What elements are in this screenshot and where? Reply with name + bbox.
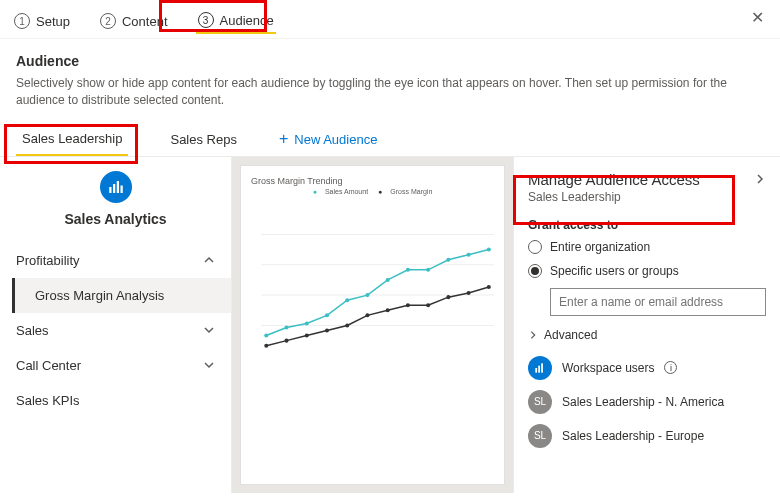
access-title: Manage Audience Access bbox=[528, 171, 700, 188]
nav-sales-kpis[interactable]: Sales KPIs bbox=[0, 383, 231, 418]
user-search-input[interactable] bbox=[550, 288, 766, 316]
group-label: Workspace users bbox=[562, 361, 654, 375]
page-title: Audience bbox=[16, 53, 764, 69]
svg-point-16 bbox=[426, 267, 430, 271]
svg-point-29 bbox=[446, 295, 450, 299]
step-setup[interactable]: 1 Setup bbox=[12, 9, 72, 33]
svg-point-17 bbox=[446, 257, 450, 261]
svg-point-27 bbox=[406, 303, 410, 307]
svg-point-25 bbox=[365, 313, 369, 317]
bar-chart-icon bbox=[528, 356, 552, 380]
tab-sales-leadership[interactable]: Sales Leadership bbox=[16, 123, 128, 156]
new-audience-label: New Audience bbox=[294, 132, 377, 147]
radio-entire-org[interactable]: Entire organization bbox=[528, 240, 766, 254]
radio-icon bbox=[528, 240, 542, 254]
access-subtitle: Sales Leadership bbox=[528, 190, 766, 204]
step-label: Content bbox=[122, 14, 168, 29]
svg-point-31 bbox=[487, 285, 491, 289]
page-description: Selectively show or hide app content for… bbox=[16, 75, 764, 109]
section-header: Audience Selectively show or hide app co… bbox=[0, 39, 780, 119]
preview-column: Gross Margin Trending ●Sales Amount ●Gro… bbox=[232, 157, 514, 493]
workspace-title: Sales Analytics bbox=[0, 211, 231, 227]
nav-gross-margin[interactable]: Gross Margin Analysis bbox=[12, 278, 231, 313]
group-workspace-users[interactable]: Workspace users i bbox=[528, 356, 766, 380]
step-audience[interactable]: 3 Audience bbox=[196, 8, 276, 34]
legend-dot-icon: ● bbox=[378, 188, 382, 195]
audience-tabs: Sales Leadership Sales Reps + New Audien… bbox=[0, 123, 780, 157]
nav-label: Profitability bbox=[16, 253, 80, 268]
tab-sales-reps[interactable]: Sales Reps bbox=[164, 124, 242, 155]
svg-rect-0 bbox=[109, 187, 111, 193]
workspace-icon bbox=[100, 171, 132, 203]
radio-label: Specific users or groups bbox=[550, 264, 679, 278]
svg-rect-1 bbox=[113, 184, 115, 193]
close-icon[interactable]: ✕ bbox=[751, 8, 764, 27]
svg-point-28 bbox=[426, 303, 430, 307]
svg-rect-33 bbox=[538, 365, 540, 372]
nav-column: Sales Analytics Profitability Gross Marg… bbox=[0, 157, 232, 493]
nav-label: Sales KPIs bbox=[16, 393, 80, 408]
group-label: Sales Leadership - N. America bbox=[562, 395, 724, 409]
step-number: 1 bbox=[14, 13, 30, 29]
chevron-down-icon bbox=[203, 359, 215, 371]
access-panel: Manage Audience Access Sales Leadership … bbox=[514, 157, 780, 493]
group-label: Sales Leadership - Europe bbox=[562, 429, 704, 443]
svg-point-26 bbox=[386, 308, 390, 312]
legend-dot-icon: ● bbox=[313, 188, 317, 195]
nav-label: Call Center bbox=[16, 358, 81, 373]
svg-rect-34 bbox=[541, 363, 543, 372]
chart-title: Gross Margin Trending bbox=[241, 166, 504, 188]
radio-icon bbox=[528, 264, 542, 278]
grant-label: Grant access to bbox=[528, 218, 766, 232]
svg-point-12 bbox=[345, 298, 349, 302]
step-content[interactable]: 2 Content bbox=[98, 9, 170, 33]
group-sales-leadership-eu[interactable]: SL Sales Leadership - Europe bbox=[528, 424, 766, 448]
svg-point-14 bbox=[386, 278, 390, 282]
svg-point-15 bbox=[406, 267, 410, 271]
advanced-label: Advanced bbox=[544, 328, 597, 342]
chevron-up-icon bbox=[203, 254, 215, 266]
line-chart bbox=[241, 195, 504, 375]
step-number: 3 bbox=[198, 12, 214, 28]
svg-point-21 bbox=[284, 338, 288, 342]
step-label: Setup bbox=[36, 14, 70, 29]
avatar-icon: SL bbox=[528, 390, 552, 414]
step-number: 2 bbox=[100, 13, 116, 29]
radio-specific-users[interactable]: Specific users or groups bbox=[528, 264, 766, 278]
nav-sales[interactable]: Sales bbox=[0, 313, 231, 348]
nav-profitability[interactable]: Profitability bbox=[0, 243, 231, 278]
svg-point-9 bbox=[284, 325, 288, 329]
chevron-right-icon bbox=[528, 330, 538, 340]
avatar-icon: SL bbox=[528, 424, 552, 448]
legend-b: Gross Margin bbox=[390, 188, 432, 195]
body-columns: Sales Analytics Profitability Gross Marg… bbox=[0, 157, 780, 493]
nav-call-center[interactable]: Call Center bbox=[0, 348, 231, 383]
nav-label: Sales bbox=[16, 323, 49, 338]
svg-point-23 bbox=[325, 328, 329, 332]
svg-point-11 bbox=[325, 313, 329, 317]
svg-point-22 bbox=[305, 333, 309, 337]
info-icon[interactable]: i bbox=[664, 361, 677, 374]
report-preview: Gross Margin Trending ●Sales Amount ●Gro… bbox=[240, 165, 505, 485]
group-sales-leadership-na[interactable]: SL Sales Leadership - N. America bbox=[528, 390, 766, 414]
advanced-toggle[interactable]: Advanced bbox=[528, 328, 766, 342]
svg-rect-32 bbox=[535, 368, 537, 373]
svg-point-8 bbox=[264, 333, 268, 337]
access-header[interactable]: Manage Audience Access bbox=[528, 167, 766, 190]
chevron-down-icon bbox=[203, 324, 215, 336]
legend-a: Sales Amount bbox=[325, 188, 368, 195]
svg-point-10 bbox=[305, 321, 309, 325]
svg-point-19 bbox=[487, 247, 491, 251]
svg-point-18 bbox=[467, 252, 471, 256]
new-audience-button[interactable]: + New Audience bbox=[279, 131, 377, 147]
svg-point-13 bbox=[365, 293, 369, 297]
workspace-header: Sales Analytics bbox=[0, 157, 231, 243]
svg-point-30 bbox=[467, 291, 471, 295]
plus-icon: + bbox=[279, 131, 288, 147]
chevron-right-icon bbox=[754, 173, 766, 185]
svg-rect-3 bbox=[120, 185, 122, 193]
step-label: Audience bbox=[220, 13, 274, 28]
wizard-steps: 1 Setup 2 Content 3 Audience ✕ bbox=[0, 0, 780, 39]
svg-rect-2 bbox=[116, 181, 118, 193]
svg-point-24 bbox=[345, 323, 349, 327]
